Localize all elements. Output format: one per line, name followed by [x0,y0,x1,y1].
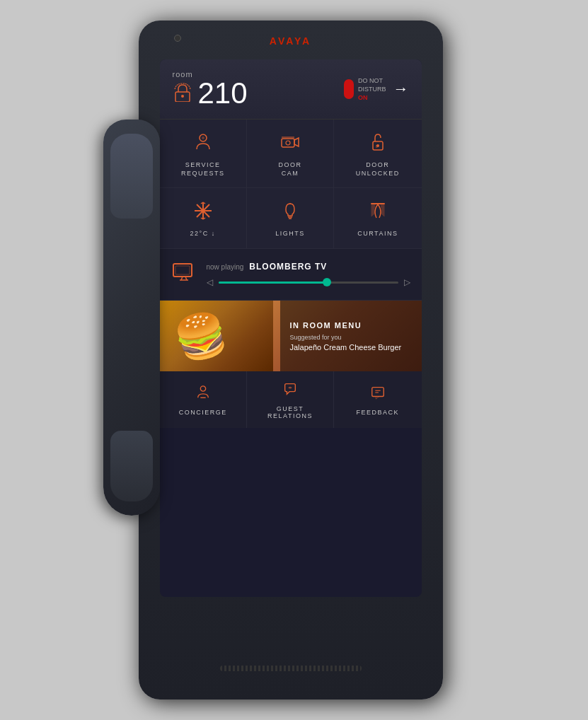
lights-icon [280,201,300,224]
food-overlay: IN ROOM MENU Suggested for you Jalapeño … [280,301,422,371]
guest-relations-icon [282,381,298,401]
volume-low-icon: ◁ [207,277,213,287]
dnd-status: ON [358,94,386,101]
svg-marker-5 [294,138,299,146]
camera-dot [174,35,181,42]
now-playing-label: now playing [207,263,244,271]
svg-point-29 [200,386,205,391]
dnd-dot [344,79,354,99]
svg-point-22 [289,203,291,204]
screen: room 210 [160,59,422,597]
food-item-name: Jalapeño Cream Cheese Burger [290,343,412,352]
volume-row: ◁ ▷ [207,277,410,287]
food-banner[interactable]: IN ROOM MENU Suggested for you Jalapeño … [160,301,422,371]
volume-fill [219,281,326,284]
door-unlocked-label: DOORUNLOCKED [356,161,400,178]
media-section: now playing BLOOMBERG TV ◁ ▷ [160,249,422,301]
phone-container: AVAYA room [82,21,507,699]
guest-relations-nav-label: GUEST RELATIONS [254,405,326,419]
feedback-nav[interactable]: FEEDBACK [334,371,421,428]
tv-icon [171,259,197,290]
concierge-nav-icon [195,385,211,405]
door-cam-label: DOORCAM [278,161,301,178]
channel-name: BLOOMBERG TV [249,262,327,272]
now-playing-row: now playing BLOOMBERG TV [207,262,410,272]
screen-header: room 210 [160,59,422,120]
snowflake-icon [193,201,213,224]
phone-top: AVAYA [139,21,443,56]
temperature-cell[interactable]: 22°C ↓ [160,188,247,248]
svg-rect-31 [372,388,384,397]
room-number-row: 210 [173,79,248,108]
svg-point-1 [181,95,184,98]
dnd-text-block: DO NOT DISTURB ON [358,77,386,100]
food-suggested-label: Suggested for you [290,334,412,341]
temperature-label: 22°C ↓ [190,230,216,238]
food-banner-title: IN ROOM MENU [290,321,412,330]
handset [103,120,160,516]
phone-bottom [139,597,443,699]
feedback-nav-label: FEEDBACK [357,409,400,416]
feedback-icon [370,385,386,405]
curtains-label: CURTAINS [357,230,398,238]
dnd-text2: DISTURB [358,86,386,94]
door-cam-icon [280,132,300,156]
svg-point-6 [286,141,290,145]
lights-label: LIGHTS [275,230,305,238]
media-info: now playing BLOOMBERG TV ◁ ▷ [207,262,410,287]
service-requests-icon [193,132,213,156]
svg-text:0: 0 [376,144,378,149]
svg-point-3 [202,137,204,139]
bottom-nav: CONCIERGE GUEST RELATIONS [160,371,422,428]
curtains-icon [368,201,388,224]
door-unlocked-icon: 0 [368,132,388,156]
door-unlocked-cell[interactable]: 0 DOORUNLOCKED [334,120,421,187]
burger-image [160,301,273,371]
svg-rect-28 [175,266,190,274]
speaker-grille [220,666,362,671]
concierge-nav-label: CONCIERGE [179,409,227,416]
room-info: room 210 [173,70,248,108]
service-requests-label: SERVICEREQUESTS [181,161,225,178]
dnd-section: DO NOT DISTURB ON → [344,77,409,100]
food-background: IN ROOM MENU Suggested for you Jalapeño … [160,301,422,371]
svg-point-19 [202,209,204,212]
volume-bar[interactable] [219,281,398,284]
dnd-text1: DO NOT [358,77,386,86]
arrow-button[interactable]: → [393,80,409,98]
volume-knob [323,278,331,286]
concierge-nav[interactable]: CONCIERGE [160,371,247,428]
svg-rect-4 [282,139,294,147]
grid-row-2: 22°C ↓ LIGHTS [160,188,422,249]
door-cam-cell[interactable]: DOORCAM [247,120,334,187]
volume-high-icon: ▷ [404,277,410,287]
dnd-badge: DO NOT DISTURB ON [344,77,386,100]
avaya-logo: AVAYA [270,35,311,47]
lights-cell[interactable]: LIGHTS [247,188,334,248]
guest-relations-nav[interactable]: GUEST RELATIONS [247,371,334,428]
curtains-cell[interactable]: CURTAINS [334,188,421,248]
grid-row-1: SERVICEREQUESTS DOORCAM [160,120,422,188]
room-icon [173,82,192,105]
service-requests-cell[interactable]: SERVICEREQUESTS [160,120,247,187]
phone-body: AVAYA room [139,21,443,699]
room-number: 210 [198,79,248,108]
